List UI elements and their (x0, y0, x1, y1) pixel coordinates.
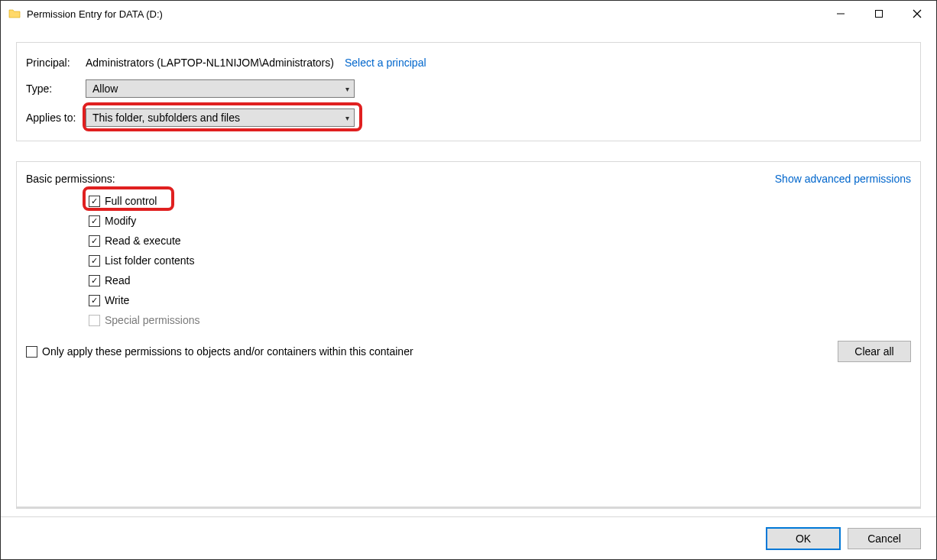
dialog-footer: OK Cancel (1, 516, 936, 559)
principal-panel: Principal: Administrators (LAPTOP-NL1NIJ… (16, 42, 921, 141)
maximize-button[interactable] (860, 2, 898, 26)
perm-special: Special permissions (89, 310, 911, 330)
cancel-button[interactable]: Cancel (848, 528, 921, 549)
perm-modify[interactable]: ✓ Modify (89, 211, 911, 231)
applies-to-dropdown[interactable]: This folder, subfolders and files ▾ (86, 108, 355, 127)
perm-full-control[interactable]: ✓ Full control (89, 191, 911, 211)
permission-entry-window: Permission Entry for DATA (D:) Principal… (0, 0, 937, 560)
folder-icon (8, 8, 21, 20)
titlebar: Permission Entry for DATA (D:) (1, 1, 936, 27)
window-title: Permission Entry for DATA (D:) (27, 8, 163, 20)
perm-label: Read & execute (105, 235, 181, 247)
minimize-button[interactable] (822, 2, 860, 26)
chevron-down-icon: ▾ (345, 85, 349, 93)
perm-write[interactable]: ✓ Write (89, 290, 911, 310)
show-advanced-permissions-link[interactable]: Show advanced permissions (775, 173, 911, 185)
perm-label: Write (105, 294, 129, 306)
clear-all-button[interactable]: Clear all (838, 341, 911, 362)
checkbox-list-folder[interactable]: ✓ (89, 255, 100, 267)
checkbox-write[interactable]: ✓ (89, 295, 100, 306)
only-apply-label: Only apply these permissions to objects … (42, 345, 413, 358)
perm-read-execute[interactable]: ✓ Read & execute (89, 231, 911, 251)
checkbox-modify[interactable]: ✓ (89, 215, 100, 227)
principal-value: Administrators (LAPTOP-NL1NIJOM\Administ… (86, 57, 334, 69)
principal-label: Principal: (26, 57, 86, 69)
perm-read[interactable]: ✓ Read (89, 270, 911, 290)
checkbox-full-control[interactable]: ✓ (89, 196, 100, 207)
type-label: Type: (26, 83, 86, 95)
perm-label: Modify (105, 215, 136, 227)
checkbox-special (89, 315, 100, 326)
perm-label: Full control (105, 195, 157, 207)
svg-rect-1 (876, 11, 883, 18)
perm-label: Read (105, 274, 130, 286)
type-value: Allow (92, 83, 118, 95)
ok-button[interactable]: OK (767, 528, 840, 549)
perm-list-folder[interactable]: ✓ List folder contents (89, 251, 911, 270)
applies-to-label: Applies to: (26, 112, 86, 124)
type-dropdown[interactable]: Allow ▾ (86, 79, 355, 98)
checkbox-read-execute[interactable]: ✓ (89, 235, 100, 247)
perm-label: List folder contents (105, 254, 195, 267)
perm-label: Special permissions (105, 314, 200, 326)
separator (16, 507, 921, 509)
basic-permissions-panel: Basic permissions: Show advanced permiss… (16, 161, 921, 507)
checkbox-only-apply[interactable] (26, 346, 37, 358)
select-principal-link[interactable]: Select a principal (345, 57, 426, 69)
close-button[interactable] (898, 2, 936, 26)
checkbox-read[interactable]: ✓ (89, 275, 100, 286)
applies-to-value: This folder, subfolders and files (92, 112, 240, 124)
chevron-down-icon: ▾ (345, 114, 349, 122)
basic-permissions-heading: Basic permissions: (26, 173, 115, 185)
